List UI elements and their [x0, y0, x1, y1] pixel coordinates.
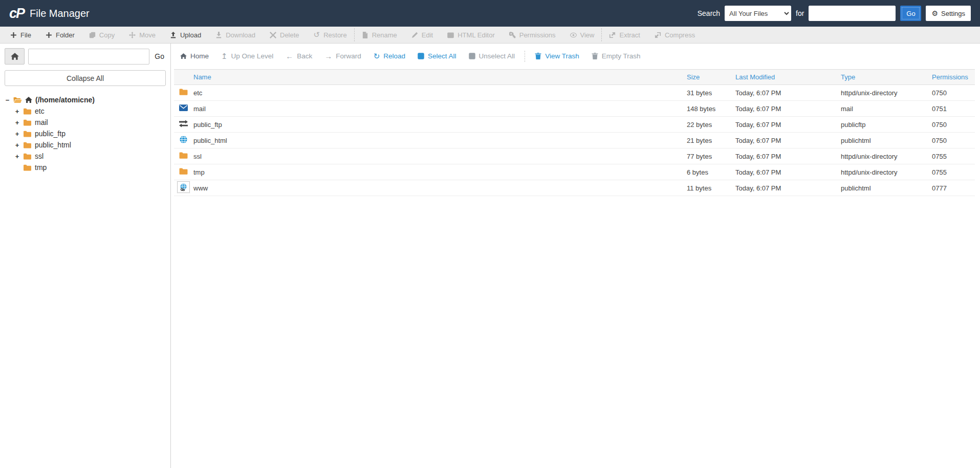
column-header-last-modified[interactable]: Last Modified: [731, 70, 837, 85]
tree-home-button[interactable]: [5, 48, 25, 65]
forward-arrow-icon: →: [324, 52, 332, 60]
search-input[interactable]: [809, 6, 896, 21]
plus-icon: [46, 32, 52, 38]
key-icon: [509, 32, 516, 38]
file-row-www[interactable]: www11 bytesToday, 6:07 PMpublichtml0777: [174, 180, 975, 196]
file-permissions: 0777: [928, 180, 975, 196]
top-header: cP File Manager Search All Your Files fo…: [0, 0, 980, 27]
toolbar-upload-button[interactable]: Upload: [163, 27, 208, 43]
tree-item--home-atomicne-[interactable]: −(/home/atomicne): [5, 94, 166, 105]
toolbar-file-button[interactable]: File: [3, 27, 38, 43]
file-row-mail[interactable]: mail148 bytesToday, 6:07 PMmail0751: [174, 101, 975, 117]
search-go-button[interactable]: Go: [900, 6, 921, 21]
toolbar-copy-button[interactable]: Copy: [82, 27, 122, 43]
toolbar-compress-button[interactable]: Compress: [647, 28, 702, 41]
search-scope-select[interactable]: All Your Files: [725, 6, 791, 21]
column-header-name[interactable]: Name: [192, 70, 683, 85]
file-size: 6 bytes: [683, 164, 731, 180]
globe-icon: [179, 136, 188, 143]
nav-home-button[interactable]: Home: [174, 52, 215, 60]
tree-item-ssl[interactable]: +ssl: [5, 151, 166, 162]
file-row-ssl[interactable]: ssl77 bytesToday, 6:07 PMhttpd/unix-dire…: [174, 148, 975, 164]
file-name[interactable]: public_ftp: [192, 117, 683, 133]
file-name[interactable]: www: [192, 180, 683, 196]
expand-icon[interactable]: +: [14, 108, 20, 115]
nav-view-trash-button[interactable]: View Trash: [529, 52, 585, 60]
search-label: Search: [698, 9, 720, 17]
column-header-icon: [174, 70, 192, 85]
sidebar-search-row: Go: [5, 48, 166, 65]
toolbar-group: ExtractCompress: [601, 28, 702, 41]
globe-link-icon: [179, 183, 188, 191]
toolbar-restore-button[interactable]: ↺Restore: [307, 27, 354, 43]
toolbar-download-button[interactable]: Download: [208, 27, 263, 43]
file-size: 11 bytes: [683, 180, 731, 196]
tree-item-tmp[interactable]: tmp: [5, 162, 166, 173]
collapse-icon[interactable]: −: [5, 96, 10, 104]
copy-icon: [89, 32, 96, 38]
file-permissions: 0751: [928, 101, 975, 117]
nav-up-one-level-button[interactable]: ↥Up One Level: [215, 52, 279, 60]
content: Go Collapse All −(/home/atomicne)+etc+ma…: [0, 44, 980, 468]
file-name[interactable]: tmp: [192, 164, 683, 180]
compress-icon: [655, 32, 661, 38]
extract-icon: [609, 32, 616, 38]
file-modified: Today, 6:07 PM: [731, 117, 837, 133]
file-type: publicftp: [837, 117, 928, 133]
tree-search-input[interactable]: [28, 49, 149, 65]
column-header-size[interactable]: Size: [683, 70, 731, 85]
file-name[interactable]: public_html: [192, 133, 683, 148]
nav-back-button[interactable]: ←Back: [279, 52, 318, 60]
toolbar-extract-button[interactable]: Extract: [602, 28, 647, 41]
transfer-icon: [179, 120, 188, 127]
nav-empty-trash-button[interactable]: Empty Trash: [585, 52, 647, 60]
file-modified: Today, 6:07 PM: [731, 180, 837, 196]
home-icon: [180, 53, 187, 59]
nav-reload-button[interactable]: ↻Reload: [367, 52, 411, 60]
tree-item-etc[interactable]: +etc: [5, 105, 166, 117]
file-size: 22 bytes: [683, 117, 731, 133]
file-name[interactable]: ssl: [192, 148, 683, 164]
toolbar-html-editor-button[interactable]: HTML Editor: [440, 28, 502, 41]
expand-icon[interactable]: +: [14, 130, 20, 138]
folder-icon: [23, 108, 32, 115]
expand-icon[interactable]: +: [14, 153, 20, 160]
file-name[interactable]: mail: [192, 101, 683, 117]
file-type: httpd/unix-directory: [837, 148, 928, 164]
tree-item-public-html[interactable]: +public_html: [5, 139, 166, 151]
folder-icon: [23, 164, 32, 171]
expand-icon[interactable]: +: [14, 141, 20, 149]
navigation-bar: Home↥Up One Level←Back→Forward↻ReloadSel…: [174, 49, 975, 63]
toolbar-move-button[interactable]: Move: [122, 27, 163, 43]
column-header-permissions[interactable]: Permissions: [928, 70, 975, 85]
brand: cP File Manager: [9, 6, 90, 22]
tree-go-button[interactable]: Go: [153, 52, 166, 60]
toolbar-rename-button[interactable]: Rename: [355, 28, 404, 41]
toolbar-view-button[interactable]: View: [563, 28, 602, 41]
directory-tree: −(/home/atomicne)+etc+mail+public_ftp+pu…: [5, 94, 166, 173]
file-permissions: 0755: [928, 164, 975, 180]
file-type: mail: [837, 101, 928, 117]
toolbar-folder-button[interactable]: Folder: [38, 27, 82, 43]
file-type: publichtml: [837, 133, 928, 148]
file-row-public-ftp[interactable]: public_ftp22 bytesToday, 6:07 PMpublicft…: [174, 117, 975, 133]
nav-unselect-all-button[interactable]: Unselect All: [463, 52, 521, 60]
settings-button[interactable]: ⚙ Settings: [926, 6, 971, 21]
nav-forward-button[interactable]: →Forward: [318, 52, 367, 60]
delete-icon: [270, 32, 276, 38]
toolbar-edit-button[interactable]: Edit: [404, 28, 440, 41]
tree-item-public-ftp[interactable]: +public_ftp: [5, 128, 166, 139]
plus-icon: [10, 32, 17, 38]
toolbar-delete-button[interactable]: Delete: [263, 27, 307, 43]
tree-item-mail[interactable]: +mail: [5, 117, 166, 128]
collapse-all-button[interactable]: Collapse All: [5, 70, 166, 86]
file-name[interactable]: etc: [192, 85, 683, 101]
file-row-tmp[interactable]: tmp6 bytesToday, 6:07 PMhttpd/unix-direc…: [174, 164, 975, 180]
file-type: httpd/unix-directory: [837, 85, 928, 101]
file-row-etc[interactable]: etc31 bytesToday, 6:07 PMhttpd/unix-dire…: [174, 85, 975, 101]
nav-select-all-button[interactable]: Select All: [411, 52, 463, 60]
column-header-type[interactable]: Type: [837, 70, 928, 85]
toolbar-permissions-button[interactable]: Permissions: [502, 28, 563, 41]
file-row-public-html[interactable]: public_html21 bytesToday, 6:07 PMpublich…: [174, 133, 975, 148]
expand-icon[interactable]: +: [14, 119, 20, 126]
